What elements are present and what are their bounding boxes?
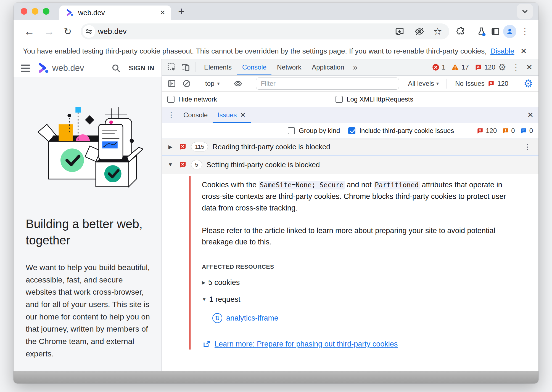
back-button[interactable]: ← (20, 26, 38, 37)
issue-flag-icon (178, 143, 187, 151)
tab-console[interactable]: Console (237, 59, 271, 75)
console-options-row: Hide network Log XMLHttpRequests (162, 92, 538, 107)
webdev-favicon (65, 8, 74, 17)
device-toolbar-icon[interactable] (179, 61, 192, 74)
clear-console-icon[interactable] (180, 77, 193, 90)
issue-description: Cookies with the SameSite=None; Secure a… (202, 179, 519, 214)
console-settings-gear-icon[interactable]: ⚙ (521, 78, 535, 89)
profile-avatar[interactable] (503, 25, 516, 38)
group-by-kind-checkbox[interactable] (288, 127, 295, 134)
include-third-party-checkbox[interactable] (348, 127, 355, 134)
forward-button[interactable]: → (40, 26, 58, 37)
browser-menu-kebab[interactable]: ⋮ (518, 27, 532, 36)
side-panel-icon[interactable] (489, 25, 501, 38)
issue-advice: Please refer to the article linked to le… (202, 225, 519, 248)
eye-off-icon[interactable] (413, 25, 426, 38)
minimize-window-button[interactable] (32, 8, 38, 15)
infobar-disable-link[interactable]: Disable (490, 47, 514, 55)
log-xhr-option[interactable]: Log XMLHttpRequests (336, 95, 413, 103)
issues-toolbar: Group by kind Include third-party cookie… (162, 123, 538, 138)
hero-body-text: We want to help you build beautiful, acc… (25, 261, 150, 360)
issue-title: Reading third-party cookie is blocked (212, 143, 330, 151)
issue-title: Setting third-party cookie is blocked (207, 161, 320, 169)
live-expression-eye-icon[interactable] (231, 77, 245, 90)
install-app-icon[interactable] (393, 25, 406, 38)
browser-window: web.dev ✕ + ← → ↻ web.dev (14, 3, 538, 383)
log-xhr-checkbox[interactable] (336, 96, 343, 103)
issue-menu-kebab[interactable]: ⋮ (521, 142, 533, 151)
console-sidebar-icon[interactable] (165, 77, 178, 90)
context-selector[interactable]: top ▾ (202, 80, 222, 87)
hero-heading: Building a better web, together (25, 216, 150, 249)
close-window-button[interactable] (21, 8, 27, 15)
expand-triangle-icon[interactable]: ▶ (202, 280, 205, 286)
issue-row-setting-cookie[interactable]: ▼ 5 Setting third-party cookie is blocke… (162, 156, 538, 174)
extensions-puzzle-icon[interactable] (454, 25, 466, 38)
drawer-tab-issues[interactable]: Issues ✕ (213, 107, 250, 123)
request-link-row: ⇅ analytics-iframe (212, 313, 519, 323)
tab-search-chevron-button[interactable] (517, 4, 533, 19)
hamburger-menu-icon[interactable] (21, 65, 30, 72)
message-flag-icon (520, 127, 527, 134)
issue-row-reading-cookie[interactable]: ▶ 115 Reading third-party cookie is bloc… (162, 138, 538, 156)
more-tabs-icon[interactable]: » (350, 63, 361, 72)
tab-elements[interactable]: Elements (199, 59, 237, 75)
bookmark-star-icon[interactable]: ☆ (433, 26, 442, 36)
tab-close-icon[interactable]: ✕ (160, 9, 165, 17)
issues-list: ▶ 115 Reading third-party cookie is bloc… (162, 138, 538, 371)
address-bar[interactable]: web.dev ☆ (81, 23, 450, 39)
learn-more-link[interactable]: Learn more: Prepare for phasing out thir… (215, 340, 398, 348)
collapse-triangle-icon[interactable]: ▼ (202, 297, 207, 302)
new-tab-button[interactable]: + (178, 3, 184, 20)
infobar-close-icon[interactable]: ✕ (518, 47, 529, 56)
issues-warning-badge: 0 (502, 127, 515, 135)
tab-application[interactable]: Application (307, 59, 349, 75)
cookie-phaseout-infobar: You have enabled testing third-party coo… (14, 43, 538, 59)
issues-tab-close-icon[interactable]: ✕ (240, 111, 245, 119)
affected-resources-header: AFFECTED RESOURCES (202, 263, 519, 270)
webdev-logo[interactable]: web.dev (37, 62, 84, 74)
drawer-menu-kebab[interactable]: ⋮ (164, 110, 178, 119)
requests-tree-item[interactable]: ▼ 1 request (202, 295, 519, 304)
site-settings-button[interactable] (83, 25, 95, 38)
search-icon[interactable] (110, 62, 122, 74)
error-icon (432, 63, 440, 71)
expand-triangle-icon[interactable]: ▶ (167, 144, 174, 150)
devtools-close-icon[interactable]: ✕ (523, 63, 535, 72)
tab-title: web.dev (78, 9, 156, 17)
code-samesite: SameSite=None; Secure (259, 181, 345, 190)
drawer-tab-console[interactable]: Console (178, 107, 213, 123)
group-by-kind-option[interactable]: Group by kind (288, 127, 340, 135)
error-count[interactable]: 1 (432, 63, 445, 71)
drawer-close-icon[interactable]: ✕ (524, 111, 536, 119)
chevron-down-icon: ▾ (436, 81, 439, 87)
inspect-element-icon[interactable] (165, 61, 178, 74)
devtools-settings-gear-icon[interactable]: ⚙ (496, 63, 509, 72)
sign-in-button[interactable]: SIGN IN (129, 64, 154, 72)
issue-count-pill: 115 (191, 142, 208, 151)
browser-tab[interactable]: web.dev ✕ (59, 6, 171, 20)
reload-button[interactable]: ↻ (60, 27, 76, 36)
issues-count[interactable]: 120 (474, 63, 495, 71)
hide-network-option[interactable]: Hide network (167, 95, 336, 103)
external-link-icon (202, 340, 211, 348)
collapse-triangle-icon[interactable]: ▼ (167, 162, 174, 168)
devtools-menu-kebab[interactable]: ⋮ (509, 63, 523, 71)
analytics-iframe-link[interactable]: analytics-iframe (226, 314, 278, 322)
include-third-party-option[interactable]: Include third-party cookie issues (348, 127, 454, 135)
issues-error-badge: 120 (476, 127, 497, 135)
warning-count[interactable]: 17 (451, 63, 469, 71)
filter-input[interactable] (256, 78, 399, 90)
zoom-window-button[interactable] (43, 8, 49, 15)
tab-network[interactable]: Network (272, 59, 306, 75)
log-levels-dropdown[interactable]: All levels ▾ (405, 80, 442, 87)
window-controls (21, 3, 49, 20)
experiments-flask-icon[interactable] (476, 25, 488, 38)
issues-counter-link[interactable]: No Issues 120 (451, 80, 512, 87)
url-text[interactable]: web.dev (98, 27, 391, 36)
chevron-down-icon: ▾ (217, 81, 220, 87)
tune-icon (85, 28, 93, 35)
drawer-tab-row: ⋮ Console Issues ✕ ✕ (162, 107, 538, 123)
hide-network-checkbox[interactable] (167, 96, 175, 103)
cookies-tree-item[interactable]: ▶ 5 cookies (202, 278, 519, 287)
